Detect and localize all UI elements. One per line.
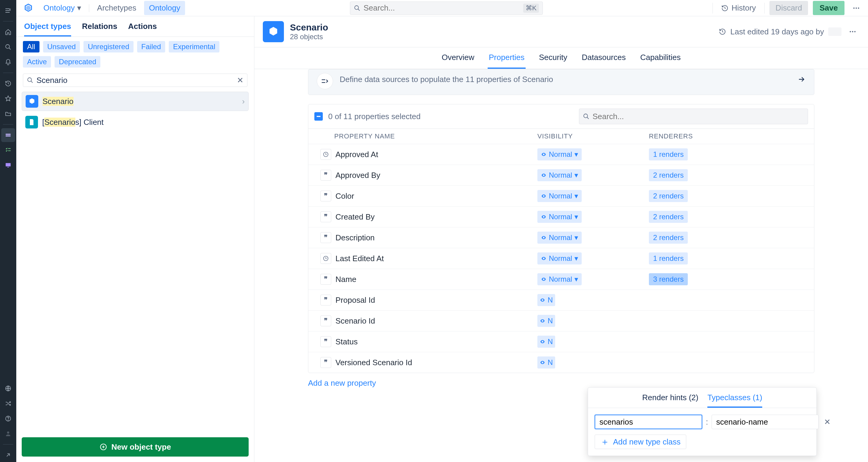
property-search-input[interactable] <box>592 112 804 121</box>
rail-shuffle-icon[interactable] <box>1 397 15 410</box>
object-header: Scenario 28 objects Last edited 19 days … <box>254 16 868 47</box>
chip-experimental[interactable]: Experimental <box>169 41 219 53</box>
renders-badge[interactable]: 3 renders <box>649 273 688 285</box>
table-row[interactable]: Approved At Normal ▾1 renders <box>308 144 814 165</box>
table-row[interactable]: ❞Versioned Scenario Id N <box>308 352 814 373</box>
typeclass-namespace-input[interactable] <box>595 415 702 429</box>
visibility-badge[interactable]: N <box>537 315 555 327</box>
rail-globe-icon[interactable] <box>1 381 15 395</box>
rail-search-icon[interactable] <box>1 40 15 54</box>
visibility-badge[interactable]: Normal ▾ <box>537 211 582 223</box>
tab-actions[interactable]: Actions <box>128 22 157 36</box>
rail-home-icon[interactable] <box>1 25 15 39</box>
type-search[interactable]: ✕ <box>23 74 247 87</box>
svg-point-17 <box>854 31 855 32</box>
rail-user-icon[interactable] <box>1 427 15 441</box>
rail-monitor-icon[interactable] <box>1 158 15 172</box>
rail-folder-icon[interactable] <box>1 107 15 121</box>
avatar <box>828 27 841 36</box>
tab-typeclasses[interactable]: Typeclasses (1) <box>707 393 762 408</box>
renders-badge[interactable]: 2 renders <box>649 169 688 181</box>
string-icon: ❞ <box>320 357 331 368</box>
chip-active[interactable]: Active <box>23 56 51 67</box>
rail-open-external-icon[interactable] <box>1 448 15 462</box>
visibility-badge[interactable]: Normal ▾ <box>537 273 582 285</box>
separator <box>764 3 765 13</box>
table-row[interactable]: Last Edited At Normal ▾1 renders <box>308 248 814 269</box>
tab-relations[interactable]: Relations <box>82 22 117 36</box>
breadcrumb-ontology-pill[interactable]: Ontology <box>144 1 185 15</box>
table-row[interactable]: ❞Created By Normal ▾2 renders <box>308 206 814 227</box>
tab-render-hints[interactable]: Render hints (2) <box>642 393 698 408</box>
select-all-checkbox[interactable]: ━ <box>314 112 323 121</box>
table-row[interactable]: ❞Approved By Normal ▾2 renders <box>308 165 814 185</box>
rail-menu-icon[interactable] <box>1 4 15 18</box>
col-renderers: RENDERERS <box>649 133 808 140</box>
table-row[interactable]: ❞Color Normal ▾2 renders <box>308 185 814 206</box>
search-icon <box>27 77 33 84</box>
rail-star-icon[interactable] <box>1 92 15 106</box>
chip-all[interactable]: All <box>23 41 39 53</box>
add-typeclass-button[interactable]: ＋ Add new type class <box>595 435 686 449</box>
table-row[interactable]: ❞Name Normal ▾3 renders <box>308 269 814 289</box>
property-search[interactable] <box>579 109 808 124</box>
chip-deprecated[interactable]: Deprecated <box>55 56 100 67</box>
visibility-badge[interactable]: N <box>537 294 555 306</box>
tab-datasources[interactable]: Datasources <box>581 47 627 69</box>
typeclass-name-input[interactable] <box>712 415 818 429</box>
type-search-input[interactable] <box>36 76 234 85</box>
chip-unsaved[interactable]: Unsaved <box>43 41 80 53</box>
breadcrumb-label: Ontology <box>43 3 75 13</box>
renders-badge[interactable]: 2 renders <box>649 232 688 244</box>
renders-badge[interactable]: 2 renders <box>649 190 688 202</box>
rail-bell-icon[interactable] <box>1 55 15 69</box>
chip-unregistered[interactable]: Unregistered <box>84 41 133 53</box>
remove-typeclass-icon[interactable]: ✕ <box>822 417 832 427</box>
global-search[interactable]: ⌘K <box>350 1 543 15</box>
new-object-type-button[interactable]: New object type <box>22 437 249 457</box>
table-row[interactable]: ❞Scenario Id N <box>308 310 814 331</box>
tab-capabilities[interactable]: Capabilities <box>639 47 682 69</box>
banner-arrow-icon[interactable] <box>797 75 806 84</box>
rail-help-icon[interactable] <box>1 412 15 426</box>
object-more-menu-icon[interactable] <box>846 28 860 36</box>
history-button[interactable]: History <box>718 1 760 15</box>
visibility-badge[interactable]: N <box>537 356 555 369</box>
visibility-badge[interactable]: Normal ▾ <box>537 190 582 202</box>
svg-point-12 <box>858 7 859 8</box>
visibility-badge[interactable]: Normal ▾ <box>537 232 582 244</box>
visibility-badge[interactable]: Normal ▾ <box>537 252 582 264</box>
discard-button[interactable]: Discard <box>770 1 808 15</box>
table-row[interactable]: ❞Status N <box>308 331 814 352</box>
add-property-link[interactable]: Add a new property <box>308 378 814 388</box>
breadcrumb-archetypes[interactable]: Archetypes <box>94 1 139 15</box>
plus-circle-icon <box>99 443 107 451</box>
renders-badge[interactable]: 1 renders <box>649 252 688 264</box>
rail-history-icon[interactable] <box>1 77 15 90</box>
tab-properties[interactable]: Properties <box>488 47 526 69</box>
svg-point-10 <box>853 7 855 8</box>
renders-badge[interactable]: 1 renders <box>649 148 688 161</box>
visibility-badge[interactable]: Normal ▾ <box>537 169 582 181</box>
table-row[interactable]: ❞Proposal Id N <box>308 289 814 310</box>
clear-icon[interactable]: ✕ <box>237 76 244 85</box>
renders-badge[interactable]: 2 renders <box>649 211 688 223</box>
save-button[interactable]: Save <box>813 1 844 15</box>
chip-failed[interactable]: Failed <box>137 41 165 53</box>
caret-down-icon: ▾ <box>575 171 578 179</box>
table-row[interactable]: ❞Description Normal ▾2 renders <box>308 227 814 248</box>
type-item-scenarios-client[interactable]: [Scenarios] Client <box>22 113 249 132</box>
visibility-badge[interactable]: Normal ▾ <box>537 148 582 161</box>
rail-ontology-icon[interactable] <box>1 128 15 142</box>
more-menu-icon[interactable] <box>849 4 863 12</box>
string-icon: ❞ <box>320 315 331 326</box>
rail-checklist-icon[interactable] <box>1 143 15 157</box>
visibility-badge[interactable]: N <box>537 336 555 348</box>
tab-object-types[interactable]: Object types <box>24 22 71 36</box>
tab-security[interactable]: Security <box>538 47 568 69</box>
breadcrumb-ontology[interactable]: Ontology ▾ <box>40 1 84 15</box>
svg-point-8 <box>7 432 9 434</box>
global-search-input[interactable] <box>364 3 520 13</box>
type-item-scenario[interactable]: Scenario › <box>22 92 249 111</box>
tab-overview[interactable]: Overview <box>440 47 475 69</box>
